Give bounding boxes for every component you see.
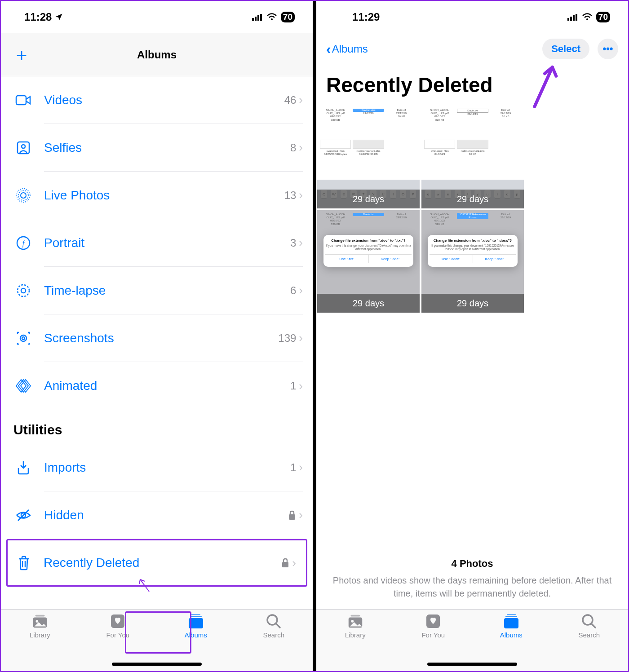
svg-rect-5 [16, 96, 26, 105]
status-time: 11:29 [352, 11, 380, 23]
row-selfies[interactable]: Selfies8› [1, 124, 313, 172]
row-screenshots[interactable]: Screenshots139› [1, 314, 313, 362]
svg-rect-40 [505, 616, 517, 617]
location-icon [54, 13, 63, 22]
trash-icon [14, 555, 34, 570]
select-button[interactable]: Select [542, 39, 589, 59]
chevron-right-icon: › [299, 508, 303, 522]
foryou-icon [109, 613, 127, 629]
tab-bar: Library For You Albums Search [1, 609, 313, 671]
svg-rect-27 [191, 614, 200, 615]
svg-point-42 [583, 615, 593, 625]
phone-albums: 11:28 70 ＋ Albums Videos46› [1, 1, 314, 671]
imports-icon [13, 460, 33, 475]
tab-search[interactable]: Search [550, 613, 629, 671]
thumbnail[interactable]: S.NON_ALCOHOLIC_...ES.pdf09/10/22320 KB … [421, 210, 524, 313]
svg-rect-22 [35, 615, 44, 617]
footer-count: 4 Photos [325, 558, 619, 570]
row-recently-deleted[interactable]: Recently Deleted› [6, 539, 307, 587]
library-icon [31, 613, 49, 629]
animated-icon [13, 378, 33, 393]
more-button[interactable]: ••• [598, 39, 618, 59]
thumbnail[interactable]: S.NON_ALCOHOLIC_...ES.pdf09/10/22320 KB … [421, 106, 524, 208]
svg-point-13 [18, 285, 29, 296]
thumbnail[interactable]: S.NON_ALCOHOLIC_...ES.pdf09/10/22320 KB … [317, 106, 420, 208]
chevron-right-icon: › [299, 236, 303, 250]
svg-point-8 [21, 193, 26, 198]
page-title: Recently Deleted [316, 65, 628, 106]
svg-rect-39 [504, 618, 518, 628]
home-indicator[interactable] [112, 663, 202, 666]
row-livephotos[interactable]: Live Photos13› [1, 172, 313, 219]
svg-line-29 [276, 624, 280, 628]
phone-recently-deleted: 11:29 70 ‹ Albums Select ••• Recently De… [314, 1, 628, 671]
days-label: 29 days [421, 190, 524, 208]
chevron-right-icon: › [299, 460, 303, 474]
chevron-right-icon: › [299, 141, 303, 155]
timelapse-icon [13, 283, 33, 298]
search-icon [265, 613, 283, 629]
status-time: 11:28 [24, 11, 52, 23]
svg-rect-33 [576, 14, 577, 21]
cellular-icon [252, 13, 263, 21]
days-label: 29 days [317, 294, 420, 313]
chevron-right-icon: › [299, 283, 303, 297]
svg-rect-31 [570, 17, 572, 21]
row-videos[interactable]: Videos46› [1, 76, 313, 124]
utilities-header: Utilities [1, 410, 313, 444]
row-timelapse[interactable]: Time-lapse6› [1, 267, 313, 314]
livephotos-icon [13, 188, 33, 203]
search-icon [580, 613, 598, 629]
svg-point-16 [22, 337, 25, 340]
chevron-right-icon: › [299, 379, 303, 393]
portrait-icon: f [13, 235, 33, 251]
svg-rect-1 [255, 17, 257, 21]
svg-rect-32 [573, 15, 575, 21]
navbar: ＋ Albums [1, 33, 313, 76]
svg-point-9 [18, 190, 28, 200]
svg-rect-26 [190, 616, 202, 617]
svg-rect-41 [507, 614, 516, 615]
row-hidden[interactable]: Hidden› [1, 491, 313, 539]
thumbnail[interactable]: S.NON_ALCOHOLIC_...ES.pdf09/10/22320 KB … [317, 210, 420, 313]
svg-rect-0 [252, 18, 254, 21]
lock-icon [288, 510, 299, 520]
add-button[interactable]: ＋ [13, 42, 31, 67]
svg-text:f: f [22, 239, 26, 248]
footer-info: 4 Photos Photos and videos show the days… [316, 549, 628, 609]
chevron-right-icon: › [299, 188, 303, 202]
chevron-right-icon: › [292, 556, 296, 570]
row-imports[interactable]: Imports1› [1, 444, 313, 491]
tab-search[interactable]: Search [235, 613, 313, 671]
wifi-icon [582, 13, 593, 21]
row-portrait[interactable]: f Portrait3› [1, 219, 313, 267]
chevron-right-icon: › [299, 93, 303, 107]
albums-icon [502, 613, 520, 629]
albums-list: Videos46› Selfies8› Live Photos13› f Por… [1, 76, 313, 609]
row-animated[interactable]: Animated1› [1, 362, 313, 410]
svg-point-4 [271, 18, 273, 20]
selfies-icon [13, 141, 33, 155]
home-indicator[interactable] [427, 663, 517, 666]
tab-bar: Library For You Albums Search [316, 609, 628, 671]
library-icon [346, 613, 364, 629]
svg-point-15 [20, 335, 27, 341]
navbar-title: Albums [137, 49, 177, 61]
tab-library[interactable]: Library [316, 613, 394, 671]
battery-icon: 70 [596, 12, 610, 22]
svg-point-28 [267, 615, 277, 625]
videos-icon [13, 94, 33, 106]
battery-icon: 70 [281, 12, 295, 22]
foryou-icon [424, 613, 442, 629]
annotation-highlight [125, 611, 191, 654]
chevron-left-icon: ‹ [326, 41, 331, 57]
svg-point-37 [351, 620, 354, 623]
navbar: ‹ Albums Select ••• [316, 33, 628, 65]
back-button[interactable]: ‹ Albums [326, 41, 368, 57]
svg-point-34 [586, 18, 588, 20]
tab-library[interactable]: Library [1, 613, 79, 671]
svg-rect-2 [257, 15, 259, 21]
svg-point-23 [35, 620, 38, 623]
ellipsis-icon: ••• [602, 43, 613, 55]
svg-rect-3 [260, 14, 262, 21]
